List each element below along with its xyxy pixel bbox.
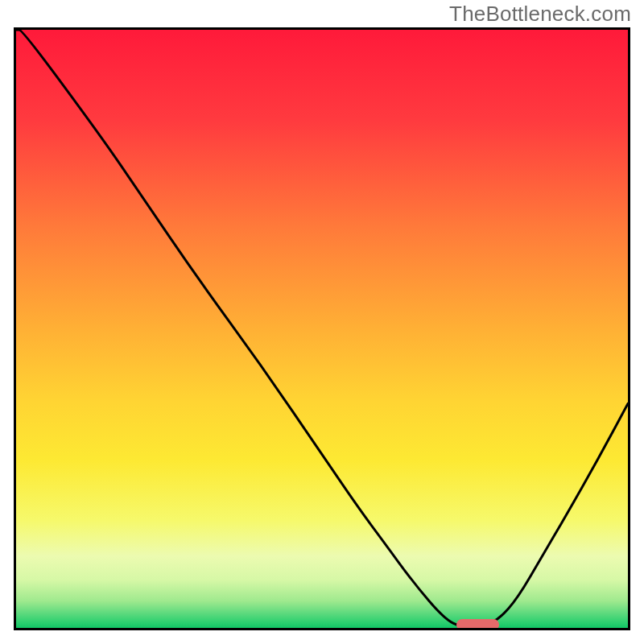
highlight-marker bbox=[456, 619, 499, 630]
chart-frame: TheBottleneck.com bbox=[0, 0, 644, 644]
watermark-text: TheBottleneck.com bbox=[449, 2, 631, 27]
curve-line bbox=[16, 30, 628, 628]
plot-area bbox=[14, 27, 630, 630]
